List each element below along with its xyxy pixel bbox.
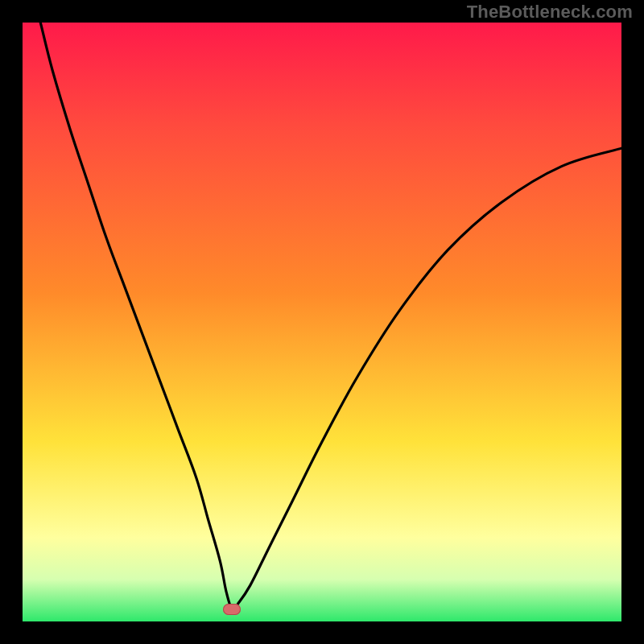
chart-stage: TheBottleneck.com [0, 0, 644, 644]
watermark-text: TheBottleneck.com [467, 2, 633, 23]
plot-frame [23, 23, 621, 621]
plot-area [23, 23, 621, 621]
optimal-point-marker [223, 604, 241, 615]
bottleneck-curve [23, 23, 621, 621]
